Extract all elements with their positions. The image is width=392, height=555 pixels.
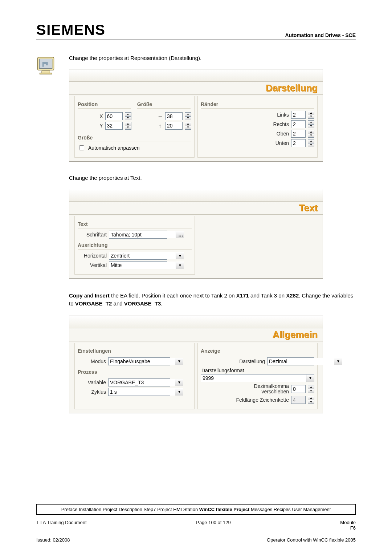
y-spinner[interactable]: ▲▼ xyxy=(125,122,131,130)
margin-bottom-spinner[interactable]: ▲▼ xyxy=(308,139,314,147)
group-settings: Einstellungen xyxy=(78,347,191,355)
cycle-dropdown-icon[interactable]: ▼ xyxy=(175,388,183,396)
auto-fit-checkbox[interactable]: Automatisch anpassen xyxy=(78,144,191,151)
margin-right-spinner[interactable]: ▲▼ xyxy=(308,120,314,128)
intro-text-1: Change the properties at Representation … xyxy=(69,55,356,61)
fieldlen-spinner[interactable]: ▲▼ xyxy=(308,396,314,404)
dec-shift-input[interactable] xyxy=(291,385,306,393)
v-align-value[interactable] xyxy=(109,262,176,269)
width-icon: ↔ xyxy=(157,113,163,119)
margin-right-label: Rechts xyxy=(242,121,289,127)
footer-doc-title: T I A Training Document xyxy=(36,520,87,531)
margin-top-label: Oben xyxy=(242,131,289,137)
footer-line-1: T I A Training Document Page 100 of 129 … xyxy=(36,520,356,531)
repr-label: Darstellung xyxy=(229,358,265,364)
group-position: Position xyxy=(78,100,131,109)
width-spinner[interactable]: ▲▼ xyxy=(185,112,191,120)
group-display: Anzeige xyxy=(201,347,314,355)
height-input[interactable] xyxy=(165,122,183,130)
font-browse-button[interactable]: … xyxy=(176,231,184,238)
intro-text-3: Copy and Insert the EA field. Position i… xyxy=(69,292,356,308)
col-margins: Ränder Links ▲▼ Rechts ▲▼ Oben ▲▼ xyxy=(197,96,318,158)
dec-shift-spinner[interactable]: ▲▼ xyxy=(308,385,314,393)
dec-shift-label: Dezimalkommaverschieben xyxy=(234,384,289,395)
col-position-size: Position Größe X ▲▼ Y xyxy=(74,96,195,158)
cycle-combo[interactable]: ▼ xyxy=(108,388,170,396)
x-input[interactable] xyxy=(105,112,123,120)
fieldlen-label: Feldlänge Zeichenkette xyxy=(234,397,289,403)
mode-dropdown-icon[interactable]: ▼ xyxy=(175,358,183,365)
col-display: Anzeige Darstellung ▼ Darstellungsformat… xyxy=(197,343,318,410)
mode-label: Modus xyxy=(78,358,106,364)
h-align-label: Horizontal xyxy=(78,253,107,259)
col-text-empty xyxy=(198,216,318,275)
margin-top-spinner[interactable]: ▲▼ xyxy=(308,130,314,138)
mode-value[interactable] xyxy=(109,358,175,365)
panel-title-text: Text xyxy=(69,202,323,215)
group-size2: Größe xyxy=(78,133,191,142)
h-align-value[interactable] xyxy=(109,252,176,259)
footer-nav-bar: Preface Installation Project Description… xyxy=(36,504,356,515)
font-value[interactable] xyxy=(109,231,176,238)
panel-title-darstellung: Darstellung xyxy=(69,82,323,95)
font-combo[interactable]: … xyxy=(109,231,167,239)
col-settings-process: Einstellungen Modus ▼ Prozess Variable xyxy=(74,343,195,410)
v-align-combo[interactable]: ▼ xyxy=(109,261,167,269)
footer-subtitle: Operator Control with WinCC flexible 200… xyxy=(267,537,356,543)
variable-value[interactable] xyxy=(109,379,175,386)
footer-module: Module xyxy=(340,520,356,525)
page-header: SIEMENS Automation and Drives - SCE xyxy=(36,22,356,40)
footer-issued: Issued: 02/2008 xyxy=(36,537,70,543)
margin-right-input[interactable] xyxy=(291,120,306,128)
group-process: Prozess xyxy=(78,368,191,376)
height-icon: ↕ xyxy=(157,123,163,129)
group-text: Text xyxy=(78,220,192,228)
panel-darstellung: Darstellung Position Größe X ▲▼ xyxy=(69,69,323,162)
h-align-dropdown-icon[interactable]: ▼ xyxy=(176,252,184,259)
variable-label: Variable xyxy=(78,380,106,385)
monitor-icon xyxy=(36,55,57,77)
header-right: Automation and Drives - SCE xyxy=(285,32,356,38)
y-input[interactable] xyxy=(105,122,123,130)
footer-module-code: F6 xyxy=(350,525,356,531)
margin-left-input[interactable] xyxy=(291,111,306,119)
variable-combo[interactable]: ▼ xyxy=(108,378,170,386)
group-size: Größe xyxy=(137,100,191,109)
panel-title-allgemein: Allgemein xyxy=(69,328,323,341)
y-label: Y xyxy=(89,123,103,129)
fieldlen-input xyxy=(291,396,306,404)
variable-dropdown-icon[interactable]: ▼ xyxy=(175,379,183,386)
format-dropdown-icon[interactable]: ▼ xyxy=(306,374,314,382)
x-label: X xyxy=(89,113,103,119)
svg-rect-3 xyxy=(40,73,52,74)
margin-bottom-input[interactable] xyxy=(291,139,306,147)
format-combo[interactable]: ▼ xyxy=(201,374,314,382)
panel-allgemein: Allgemein Einstellungen Modus ▼ Prozess … xyxy=(69,316,323,414)
mode-combo[interactable]: ▼ xyxy=(108,357,170,365)
group-margins: Ränder xyxy=(201,100,314,109)
v-align-dropdown-icon[interactable]: ▼ xyxy=(176,262,184,269)
repr-combo[interactable]: ▼ xyxy=(267,357,314,365)
v-align-label: Vertikal xyxy=(78,262,107,268)
col-text: Text Schriftart … Ausrichtung Horizontal xyxy=(74,216,195,275)
intro-text-2: Change the properties at Text. xyxy=(69,175,356,181)
margin-bottom-label: Unten xyxy=(242,140,289,146)
repr-dropdown-icon[interactable]: ▼ xyxy=(334,358,342,365)
h-align-combo[interactable]: ▼ xyxy=(109,252,167,260)
margin-top-input[interactable] xyxy=(291,130,306,138)
format-label: Darstellungsformat xyxy=(201,368,314,373)
footer-page: Page 100 of 129 xyxy=(196,520,230,531)
cycle-value[interactable] xyxy=(109,388,175,396)
margin-left-spinner[interactable]: ▲▼ xyxy=(308,111,314,119)
brand-logo: SIEMENS xyxy=(36,22,106,38)
panel-text: Text Text Schriftart … Ausrichtung Horiz… xyxy=(69,189,323,279)
repr-value[interactable] xyxy=(268,358,334,365)
font-label: Schriftart xyxy=(78,232,107,238)
width-input[interactable] xyxy=(165,112,183,120)
format-value[interactable] xyxy=(201,374,306,382)
margin-left-label: Links xyxy=(242,112,289,118)
footer-line-2: Issued: 02/2008 Operator Control with Wi… xyxy=(36,537,356,543)
x-spinner[interactable]: ▲▼ xyxy=(125,112,131,120)
height-spinner[interactable]: ▲▼ xyxy=(185,122,191,130)
group-align: Ausrichtung xyxy=(78,241,192,250)
